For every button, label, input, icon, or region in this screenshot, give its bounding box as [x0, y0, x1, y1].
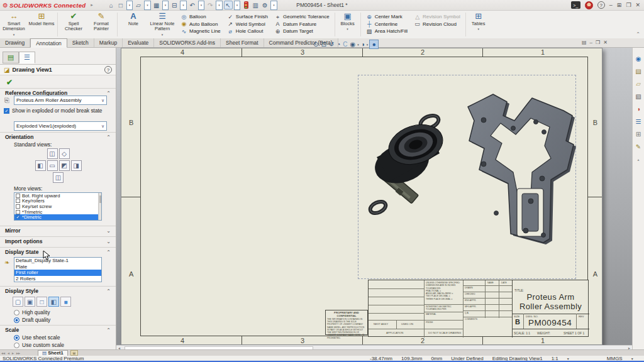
- display-state-header[interactable]: Display State ⌃: [0, 247, 116, 256]
- next-sheet-icon[interactable]: ▸: [11, 351, 15, 355]
- tab-sheet-format[interactable]: Sheet Format: [221, 38, 264, 47]
- forum-icon[interactable]: ✎: [634, 142, 643, 151]
- surface-finish-button[interactable]: ✓Surface Finish: [227, 13, 268, 20]
- format-painter-button[interactable]: ✎ Format Painter: [87, 11, 115, 38]
- print-button[interactable]: ⊟: [170, 1, 179, 9]
- import-options-header[interactable]: Import options ⌄: [0, 236, 116, 246]
- open-dropdown-icon[interactable]: ▾: [144, 1, 151, 10]
- hidden-lines-visible-button[interactable]: ▣: [25, 297, 35, 307]
- restore-window-button[interactable]: ❒: [626, 2, 631, 8]
- drawing-sheet[interactable]: 4 3 2 1 4 3 2 1 B A B A: [121, 48, 602, 345]
- plate-part-view[interactable]: [455, 78, 592, 254]
- collapse-chevron-icon[interactable]: ⌃: [106, 288, 111, 294]
- more-views-listbox[interactable]: Bot. Right upward Key/rollers Key/set sc…: [14, 192, 102, 221]
- properties-panel-button[interactable]: ▥: [251, 1, 260, 9]
- redo-button[interactable]: ↷: [206, 1, 214, 9]
- roller-assembly-view[interactable]: [359, 108, 466, 221]
- use-custom-scale-row[interactable]: Use custom scale: [14, 342, 64, 348]
- view-checkbox[interactable]: [16, 194, 20, 198]
- select-dropdown-icon[interactable]: ▾: [234, 1, 241, 10]
- layout-window-button[interactable]: ⊞: [617, 2, 622, 8]
- ok-check-icon[interactable]: ✔: [6, 78, 13, 87]
- exploded-view-dropdown[interactable]: Exploded View1(exploded) ∨: [14, 121, 107, 131]
- hole-callout-button[interactable]: ⌀Hole Callout: [227, 28, 268, 35]
- auto-balloon-button[interactable]: ◉Auto Balloon: [180, 21, 221, 28]
- draft-quality-radio[interactable]: [14, 317, 19, 323]
- doc-restore-icon[interactable]: ❒: [596, 40, 600, 45]
- list-item[interactable]: Key/set screw: [14, 204, 101, 209]
- previous-view-icon[interactable]: ↺: [328, 41, 335, 48]
- user-avatar[interactable]: [585, 1, 593, 9]
- ribbon-collapse-icon[interactable]: ⌃: [636, 31, 644, 38]
- linear-note-dropdown-icon[interactable]: ▾: [162, 33, 164, 36]
- section-view-icon[interactable]: ◔: [336, 41, 341, 48]
- tab-drawing[interactable]: Drawing: [0, 38, 30, 47]
- close-window-button[interactable]: ✕: [635, 2, 640, 8]
- view-current-button[interactable]: ◩: [59, 160, 70, 171]
- tables-dropdown-icon[interactable]: ▾: [477, 27, 479, 31]
- view-palette-icon[interactable]: ▧: [634, 92, 643, 101]
- home-button[interactable]: ⌂: [107, 1, 116, 9]
- last-sheet-icon[interactable]: ▸▸: [15, 351, 21, 355]
- linear-note-pattern-button[interactable]: ☰ Linear Note Pattern ▾: [147, 11, 177, 38]
- task-pane-collapse-icon[interactable]: ▴: [637, 157, 639, 162]
- tab-evaluate[interactable]: Evaluate: [123, 38, 154, 47]
- view-front-button[interactable]: ◫: [47, 148, 58, 159]
- view-orientation-dropdown-icon[interactable]: ▾: [357, 43, 359, 47]
- pack-and-go-icon[interactable]: ⊞: [634, 129, 643, 139]
- tab-solidworks-addins[interactable]: SOLIDWORKS Add-Ins: [154, 38, 221, 47]
- tab-annotation[interactable]: Annotation: [30, 38, 67, 48]
- print-dropdown-icon[interactable]: ▾: [180, 1, 187, 10]
- area-hatch-button[interactable]: ▨Area Hatch/Fill: [366, 28, 408, 35]
- view-bottom-button[interactable]: ◫: [53, 172, 64, 183]
- first-sheet-icon[interactable]: ◂◂: [0, 351, 6, 355]
- help-button[interactable]: ?: [597, 1, 605, 9]
- redo-dropdown-icon[interactable]: ▾: [216, 1, 223, 10]
- list-item[interactable]: Bot. Right upward: [14, 193, 101, 199]
- undo-button[interactable]: ↶: [188, 1, 197, 9]
- draft-quality-radio-row[interactable]: Draft quality: [14, 317, 50, 323]
- console-icon[interactable]: >_: [571, 1, 580, 9]
- datum-target-button[interactable]: ⊕Datum Target: [274, 28, 330, 35]
- options-dropdown-icon[interactable]: ▾: [270, 1, 277, 10]
- scale-dropdown-icon[interactable]: ▾: [567, 356, 569, 361]
- prev-sheet-icon[interactable]: ◂: [6, 351, 11, 355]
- appearance-button-selected[interactable]: ●: [369, 40, 379, 49]
- menu-expand-icon[interactable]: ▸: [91, 3, 93, 8]
- geometric-tolerance-button[interactable]: ⌖Geometric Tolerance: [274, 13, 330, 20]
- smart-dimension-dropdown-icon[interactable]: ▾: [13, 33, 15, 36]
- balloon-button[interactable]: ◎Balloon: [180, 13, 221, 20]
- collapse-chevron-icon[interactable]: ⌃: [106, 327, 111, 333]
- minimize-window-button[interactable]: –: [609, 2, 613, 8]
- collapse-chevron-icon[interactable]: ⌃: [106, 90, 111, 96]
- high-quality-radio[interactable]: [14, 310, 19, 315]
- list-item-selected[interactable]: ✓*Dimetric: [14, 214, 101, 220]
- panel-help-button[interactable]: ?: [104, 66, 112, 74]
- threed-content-icon[interactable]: ◉: [634, 54, 643, 63]
- high-quality-radio-row[interactable]: High quality: [14, 309, 50, 315]
- view-top-button[interactable]: ▭: [47, 160, 58, 171]
- tab-sketch[interactable]: Sketch: [67, 38, 94, 47]
- new-dropdown-icon[interactable]: ▾: [126, 1, 133, 10]
- open-button[interactable]: ▱: [134, 1, 143, 9]
- wireframe-style-button[interactable]: ▢: [13, 297, 23, 307]
- listbox-scrollbar[interactable]: [98, 193, 101, 221]
- weld-symbol-button[interactable]: ↗Weld Symbol: [227, 21, 268, 28]
- view-left-button[interactable]: ◧: [35, 160, 46, 171]
- view-checkbox[interactable]: [16, 199, 20, 203]
- shaded-with-edges-button[interactable]: ◧: [48, 297, 59, 307]
- blocks-button[interactable]: ▣ Blocks ▾: [337, 11, 358, 38]
- file-explorer-icon[interactable]: ▱: [634, 79, 643, 89]
- doc-pin-icon[interactable]: ▤: [582, 40, 587, 45]
- undo-dropdown-icon[interactable]: ▾: [198, 1, 205, 10]
- display-style-dropdown-icon[interactable]: ▾: [367, 43, 369, 47]
- collapse-chevron-icon[interactable]: ⌃: [106, 250, 111, 255]
- revision-cloud-button[interactable]: ▭Revision Cloud: [414, 21, 460, 28]
- view-orientation-icon[interactable]: ◉: [349, 41, 356, 48]
- orientation-header[interactable]: Orientation ⌃: [0, 132, 116, 141]
- list-item[interactable]: Plate: [14, 264, 101, 270]
- datum-feature-button[interactable]: ADatum Feature: [274, 21, 330, 28]
- shaded-style-button[interactable]: ■: [60, 297, 71, 307]
- centerline-button[interactable]: ┼Centerline: [366, 21, 408, 28]
- model-items-button[interactable]: ⊞ Model Items: [28, 11, 55, 38]
